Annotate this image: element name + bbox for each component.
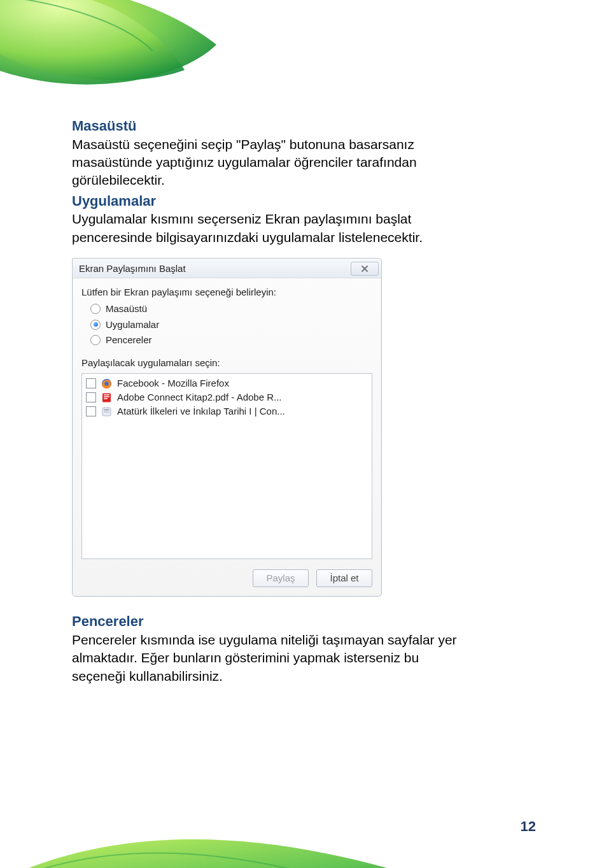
radio-label: Uygulamalar <box>106 318 159 331</box>
svg-rect-5 <box>104 411 109 413</box>
generic-app-icon <box>101 406 112 417</box>
radio-option-windows[interactable]: Pencereler <box>90 334 372 346</box>
app-row[interactable]: Atatürk İlkeleri ve İnkılap Tarihi I | C… <box>83 404 370 418</box>
dialog-instruction: Lütfen bir Ekran paylaşımı seçeneği beli… <box>81 286 372 299</box>
radio-label: Masaüstü <box>106 302 147 315</box>
apps-select-label: Paylaşılacak uygulamaları seçin: <box>81 357 372 369</box>
app-row[interactable]: Facebook - Mozilla Firefox <box>83 376 370 390</box>
pdf-icon <box>101 392 112 403</box>
radio-label: Pencereler <box>106 334 152 346</box>
cancel-button[interactable]: İptal et <box>316 569 372 587</box>
decor-bottom-leaf <box>0 801 452 868</box>
decor-top-leaf <box>0 0 261 102</box>
paragraph-windows: Pencereler kısmında ise uygulama niteliğ… <box>72 631 460 685</box>
paragraph-apps: Uygulamalar kısmını seçerseniz Ekran pay… <box>72 210 473 246</box>
checkbox[interactable] <box>86 392 96 402</box>
close-icon <box>360 264 369 273</box>
heading-desktop: Masaüstü <box>72 117 530 136</box>
app-name: Atatürk İlkeleri ve İnkılap Tarihi I | C… <box>117 405 285 418</box>
share-button[interactable]: Paylaş <box>253 569 309 587</box>
radio-option-desktop[interactable]: Masaüstü <box>90 302 372 315</box>
app-name: Facebook - Mozilla Firefox <box>117 377 229 390</box>
paragraph-desktop: Masaüstü seçeneğini seçip "Paylaş" buton… <box>72 136 454 190</box>
radio-icon-selected <box>90 320 101 330</box>
radio-icon <box>90 335 101 345</box>
checkbox[interactable] <box>86 378 96 388</box>
document-content: Masaüstü Masaüstü seçeneğini seçip "Payl… <box>72 115 530 687</box>
radio-icon <box>90 304 101 314</box>
apps-listbox[interactable]: Facebook - Mozilla Firefox Adobe Connect… <box>81 373 372 559</box>
svg-rect-4 <box>104 409 109 410</box>
app-row[interactable]: Adobe Connect Kitap2.pdf - Adobe R... <box>83 390 370 404</box>
heading-apps: Uygulamalar <box>72 192 530 211</box>
checkbox[interactable] <box>86 406 96 416</box>
dialog-title: Ekran Paylaşımını Başlat <box>79 262 186 275</box>
radio-option-apps[interactable]: Uygulamalar <box>90 318 372 331</box>
close-button[interactable] <box>351 262 379 276</box>
app-name: Adobe Connect Kitap2.pdf - Adobe R... <box>117 391 282 404</box>
dialog-titlebar: Ekran Paylaşımını Başlat <box>73 259 381 278</box>
dialog-screen-share: Ekran Paylaşımını Başlat Lütfen bir Ekra… <box>72 258 382 597</box>
svg-point-1 <box>104 381 108 385</box>
heading-windows: Pencereler <box>72 612 530 631</box>
firefox-icon <box>101 378 112 389</box>
page-number: 12 <box>521 818 536 835</box>
